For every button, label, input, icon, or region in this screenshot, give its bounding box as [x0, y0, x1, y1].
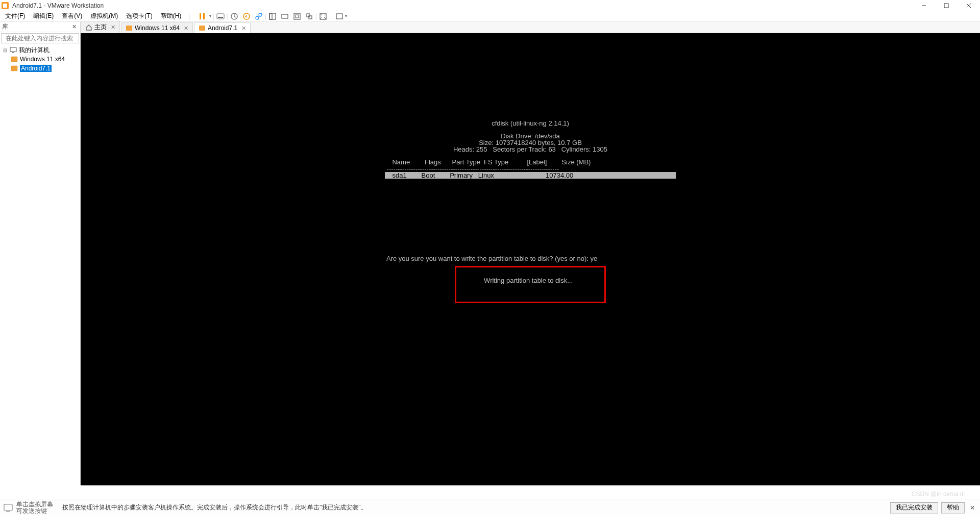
svg-rect-1	[3, 4, 7, 8]
install-help-button[interactable]: 帮助	[941, 502, 965, 513]
term-partition-row: sda1 Boot Primary Linux 10734.00	[385, 172, 676, 179]
menu-tabs[interactable]: 选项卡(T)	[122, 10, 156, 22]
minimize-button[interactable]	[913, 0, 935, 11]
install-bar: 单击虚拟屏幕 可发送按键 按照在物理计算机中的步骤安装客户机操作系统。完成安装后…	[0, 500, 980, 515]
window-controls	[913, 0, 980, 11]
install-bar-close-button[interactable]: ✕	[968, 503, 977, 512]
close-button[interactable]	[958, 0, 980, 11]
tree-item-android71[interactable]: Android7.1	[1, 64, 79, 73]
svg-rect-15	[270, 13, 272, 19]
svg-rect-27	[11, 57, 17, 62]
library-tree: ⊟ 我的计算机 Windows 11 x64 Android7.1	[0, 44, 80, 485]
tree-item-label: Windows 11 x64	[20, 56, 65, 63]
vm-icon	[199, 24, 206, 32]
tab-close-button[interactable]: ✕	[111, 24, 115, 31]
svg-rect-17	[294, 13, 300, 19]
vm-icon	[10, 65, 18, 71]
title-bar: Android7.1 - VMware Workstation	[0, 0, 980, 11]
svg-rect-19	[307, 14, 310, 17]
svg-rect-26	[12, 52, 14, 53]
home-icon	[85, 24, 92, 31]
window-title: Android7.1 - VMware Workstation	[12, 2, 104, 9]
menu-edit[interactable]: 编辑(E)	[29, 10, 58, 22]
svg-rect-14	[270, 13, 276, 19]
tab-home[interactable]: 主页 ✕	[81, 21, 120, 33]
hint-icon	[3, 503, 13, 513]
term-status-box: Writing partition table to disk...	[455, 266, 606, 303]
menu-vm[interactable]: 虚拟机(M)	[86, 10, 122, 22]
term-status-text: Writing partition table to disk...	[484, 277, 573, 284]
svg-rect-18	[296, 15, 299, 18]
snapshot-revert-button[interactable]	[240, 10, 253, 22]
svg-rect-8	[217, 14, 224, 19]
tab-android71[interactable]: Android7.1 ✕	[194, 22, 251, 33]
vm-tab-bar: 主页 ✕ Windows 11 x64 ✕ Android7.1 ✕	[81, 22, 980, 33]
tree-root-my-computer[interactable]: ⊟ 我的计算机	[1, 45, 79, 55]
menu-bar: 文件(F) 编辑(E) 查看(V) 虚拟机(M) 选项卡(T) 帮助(H) | …	[0, 11, 980, 22]
view-mode-dropdown[interactable]	[331, 10, 348, 22]
view-unity-button[interactable]	[303, 10, 315, 22]
view-fit-button[interactable]	[266, 10, 279, 22]
tab-label: Android7.1	[208, 24, 237, 32]
library-search[interactable]: ▼	[1, 33, 79, 43]
view-fit-guest-button[interactable]	[279, 10, 291, 22]
svg-rect-16	[282, 14, 288, 18]
tab-close-button[interactable]: ✕	[241, 25, 246, 32]
tab-close-button[interactable]: ✕	[184, 25, 188, 32]
send-ctrl-alt-del-button[interactable]	[214, 10, 227, 22]
vm-console[interactable]: cfdisk (util-linux-ng 2.14.1) Disk Drive…	[81, 33, 980, 485]
menu-view[interactable]: 查看(V)	[58, 10, 86, 22]
svg-rect-6	[200, 13, 201, 19]
svg-point-13	[259, 13, 262, 16]
tab-label: Windows 11 x64	[135, 24, 180, 32]
library-panel: 库 ✕ ▼ ⊟ 我的计算机 Windows 11 x64 Android7.1	[0, 22, 81, 485]
svg-rect-3	[944, 4, 948, 8]
fullscreen-button[interactable]	[317, 10, 329, 22]
svg-rect-30	[199, 26, 205, 31]
tab-windows11[interactable]: Windows 11 x64 ✕	[121, 22, 193, 33]
svg-rect-7	[203, 13, 205, 19]
install-done-button[interactable]: 我已完成安装	[890, 502, 938, 513]
snapshot-take-button[interactable]	[228, 10, 240, 22]
menu-help[interactable]: 帮助(H)	[157, 10, 186, 22]
svg-rect-31	[4, 504, 12, 510]
svg-rect-22	[336, 14, 342, 19]
library-close-button[interactable]: ✕	[70, 23, 78, 30]
tab-label: 主页	[94, 23, 107, 32]
term-confirm-prompt: Are you sure you want to write the parti…	[385, 255, 676, 262]
svg-rect-25	[10, 47, 16, 52]
install-message: 按照在物理计算机中的步骤安装客户机操作系统。完成安装后，操作系统会进行引导，此时…	[62, 503, 367, 512]
tree-item-windows11[interactable]: Windows 11 x64	[1, 55, 79, 64]
maximize-button[interactable]	[935, 0, 958, 11]
view-stretch-button[interactable]	[291, 10, 303, 22]
svg-rect-28	[11, 66, 17, 71]
suspend-button[interactable]	[192, 10, 212, 22]
svg-rect-29	[126, 26, 132, 31]
svg-point-12	[256, 16, 259, 19]
term-geom: Heads: 255 Sectors per Track: 63 Cylinde…	[453, 146, 607, 153]
svg-rect-9	[218, 17, 223, 18]
snapshot-manager-button[interactable]	[253, 10, 265, 22]
tree-root-label: 我的计算机	[19, 46, 50, 55]
vm-icon	[126, 24, 133, 32]
computer-icon	[9, 47, 17, 53]
tree-item-label: Android7.1	[20, 65, 52, 72]
vm-icon	[10, 56, 18, 62]
svg-rect-20	[309, 16, 312, 19]
app-icon	[1, 2, 9, 10]
watermark-text: CSDN @in cerca di	[912, 491, 965, 498]
search-input[interactable]	[6, 35, 82, 42]
tree-toggle-icon[interactable]: ⊟	[2, 47, 8, 53]
library-header: 库	[2, 22, 8, 31]
install-hint: 单击虚拟屏幕 可发送按键	[16, 501, 57, 514]
term-title: cfdisk (util-linux-ng 2.14.1)	[492, 120, 569, 127]
menu-file[interactable]: 文件(F)	[1, 10, 29, 22]
